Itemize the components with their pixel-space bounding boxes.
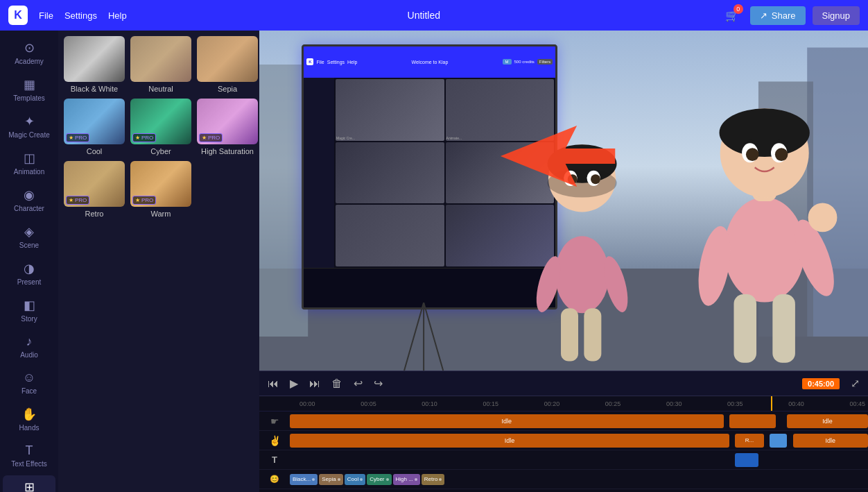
timeline: ⏮ ▶ ⏭ 🗑 ↩ ↪ 0:45:00 ⤢ 00:00 00:05 00:10 … <box>259 371 868 492</box>
filter-label-warm: Warm <box>151 210 171 218</box>
pro-star-icon: ★ <box>69 135 73 141</box>
sidebar-item-present[interactable]: ◑ Present <box>3 257 55 291</box>
cart-badge: 0 <box>734 4 743 14</box>
sidebar-item-audio[interactable]: ♪ Audio <box>3 330 55 364</box>
svg-point-23 <box>720 108 810 157</box>
track-seg-idle-2[interactable]: Idle <box>787 414 868 428</box>
sidebar-item-filters[interactable]: ⊞ Filters <box>3 475 55 492</box>
pro-star-icon-retro: ★ <box>69 197 73 203</box>
svg-rect-19 <box>584 308 601 361</box>
filter-card-retro[interactable]: ★ PRO Retro <box>64 161 125 218</box>
tripod-svg <box>399 303 448 371</box>
character-icon: ◉ <box>24 187 35 203</box>
topbar-right: 🛒 0 ↗ Share Signup <box>721 4 860 26</box>
filter-seg-cool[interactable]: Cool <box>345 474 365 485</box>
track-seg-idle-3[interactable]: Idle <box>290 434 729 448</box>
time-0: 00:00 <box>300 400 315 407</box>
sidebar-item-story[interactable]: ◧ Story <box>3 294 55 328</box>
sidebar-label-audio: Audio <box>20 351 38 359</box>
time-1: 00:05 <box>361 400 376 407</box>
time-2: 00:10 <box>422 400 437 407</box>
filter-label-cool: Cool <box>87 147 103 155</box>
time-3: 00:15 <box>483 400 498 407</box>
track-seg-mid-1[interactable] <box>729 414 776 428</box>
time-6: 00:30 <box>666 400 682 407</box>
topbar-menu: File Settings Help <box>39 10 127 21</box>
arrow-overlay <box>491 126 625 187</box>
sidebar-item-character[interactable]: ◉ Character <box>3 183 55 217</box>
sidebar-label-templates: Templates <box>13 94 45 103</box>
arrow-svg <box>491 126 625 187</box>
templates-icon: ▦ <box>24 77 35 92</box>
track-seg-idle-1[interactable]: Idle <box>290 414 724 428</box>
story-icon: ◧ <box>24 298 35 313</box>
filter-card-high-saturation[interactable]: ★ PRO High Saturation <box>197 99 258 155</box>
redo-button[interactable]: ↪ <box>374 377 383 390</box>
track-seg-blue-1[interactable] <box>770 434 787 448</box>
cart-button[interactable]: 🛒 0 <box>721 4 743 26</box>
sidebar-item-hands[interactable]: ✋ Hands <box>3 402 55 436</box>
preview-background: K FileSettingsHelp Welcome to Klap M 500… <box>259 31 868 371</box>
filter-label-black-white: Black & White <box>71 85 118 93</box>
track-row-1: ☛ Idle Idle <box>259 412 868 431</box>
filter-thumb-warm: ★ PRO <box>130 161 191 207</box>
filter-card-sepia[interactable]: Sepia <box>197 36 258 93</box>
sidebar: ⊙ Academy ▦ Templates ✦ Magic Create ◫ A… <box>0 31 58 492</box>
menu-settings[interactable]: Settings <box>64 10 97 21</box>
filter-card-cyber[interactable]: ★ PRO Cyber <box>130 99 191 155</box>
menu-help[interactable]: Help <box>108 10 127 21</box>
sidebar-item-face[interactable]: ☺ Face <box>3 366 55 400</box>
time-8: 00:40 <box>788 400 804 407</box>
track-row-2: ✌ Idle R... Idle <box>259 431 868 450</box>
expand-button[interactable]: ⤢ <box>851 377 860 390</box>
filter-seg-sepia[interactable]: Sepia <box>319 474 342 485</box>
filter-card-black-white[interactable]: Black & White <box>64 36 125 93</box>
sidebar-item-animation[interactable]: ◫ Animation <box>3 146 55 180</box>
sidebar-item-templates[interactable]: ▦ Templates <box>3 73 55 107</box>
filter-seg-black[interactable]: Black... <box>290 474 318 485</box>
track-icon-3: T <box>259 455 290 465</box>
undo-button[interactable]: ↩ <box>354 377 363 390</box>
app-logo[interactable]: K <box>8 6 28 25</box>
sidebar-label-present: Present <box>17 278 41 287</box>
filter-seg-cyber[interactable]: Cyber <box>367 474 391 485</box>
filter-label-cyber: Cyber <box>150 147 171 155</box>
filter-thumb-retro: ★ PRO <box>64 161 125 207</box>
sidebar-label-story: Story <box>21 315 37 323</box>
time-4: 00:20 <box>544 400 560 407</box>
sidebar-item-magic-create[interactable]: ✦ Magic Create <box>3 110 55 144</box>
filter-card-neutral[interactable]: Neutral <box>130 36 191 93</box>
delete-button[interactable]: 🗑 <box>331 378 342 390</box>
track-content-4: Black... Sepia Cool Cyber <box>290 470 868 489</box>
svg-line-7 <box>424 303 443 371</box>
filter-thumb-black-white <box>64 36 125 82</box>
filter-card-warm[interactable]: ★ PRO Warm <box>130 161 191 218</box>
present-icon: ◑ <box>24 261 35 276</box>
svg-rect-18 <box>561 308 578 361</box>
scene-icon: ◈ <box>24 224 34 239</box>
track-seg-text[interactable] <box>735 453 758 467</box>
sidebar-item-scene[interactable]: ◈ Scene <box>3 220 55 254</box>
filter-card-cool[interactable]: ★ PRO Cool <box>64 99 125 155</box>
pro-badge-cool: ★ PRO <box>66 133 89 142</box>
menu-file[interactable]: File <box>39 10 53 21</box>
track-row-3: T <box>259 450 868 470</box>
filter-seg-retro[interactable]: Retro <box>422 474 445 485</box>
filter-seg-high[interactable]: High ... <box>393 474 420 485</box>
filter-thumb-neutral <box>130 36 191 82</box>
main-area: ⊙ Academy ▦ Templates ✦ Magic Create ◫ A… <box>0 31 868 492</box>
track-seg-idle-4[interactable]: Idle <box>793 434 868 448</box>
signup-button[interactable]: Signup <box>813 6 860 25</box>
skip-back-button[interactable]: ⏮ <box>268 378 279 390</box>
track-seg-r[interactable]: R... <box>735 434 764 448</box>
play-button[interactable]: ▶ <box>290 377 298 390</box>
sidebar-item-text-effects[interactable]: T Text Effects <box>3 439 55 473</box>
filter-dot-2 <box>338 478 340 481</box>
skip-forward-button[interactable]: ⏭ <box>309 378 320 390</box>
sidebar-item-academy[interactable]: ⊙ Academy <box>3 36 55 70</box>
share-button[interactable]: ↗ Share <box>750 6 806 25</box>
pro-badge-warm: ★ PRO <box>132 196 156 205</box>
track-icon-1: ☛ <box>259 416 290 427</box>
track-content-2: Idle R... Idle <box>290 434 868 448</box>
track-content-3 <box>290 453 868 467</box>
